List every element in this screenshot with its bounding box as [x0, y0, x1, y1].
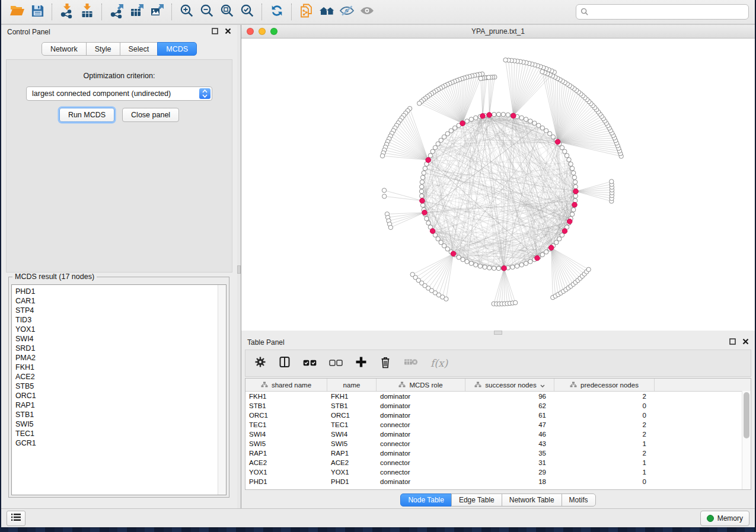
- export-image-button[interactable]: [147, 2, 167, 22]
- table-row[interactable]: PHD1PHD1dominator180: [245, 477, 751, 486]
- column-visibility-button[interactable]: [279, 356, 291, 370]
- cell-successor_nodes[interactable]: 18: [465, 478, 554, 485]
- mcds-result-item[interactable]: PMA2: [15, 353, 226, 363]
- cell-mcds_role[interactable]: dominator: [377, 412, 465, 419]
- column-header-mcds_role[interactable]: MCDS role: [377, 379, 465, 391]
- cell-name[interactable]: ORC1: [327, 412, 377, 419]
- delete-column-button[interactable]: [379, 356, 391, 371]
- cell-name[interactable]: RAP1: [327, 450, 377, 457]
- tab-motifs[interactable]: Motifs: [562, 493, 596, 507]
- cell-predecessor_nodes[interactable]: 1: [554, 459, 655, 466]
- cell-predecessor_nodes[interactable]: 2: [554, 450, 655, 457]
- cell-mcds_role[interactable]: connector: [377, 421, 465, 428]
- mcds-result-item[interactable]: TEC1: [15, 429, 226, 438]
- tab-style[interactable]: Style: [86, 42, 120, 56]
- cell-successor_nodes[interactable]: 47: [465, 421, 554, 428]
- table-row[interactable]: ACE2ACE2connector311: [245, 458, 751, 467]
- zoom-selected-button[interactable]: [237, 2, 257, 22]
- float-panel-icon[interactable]: [212, 28, 218, 36]
- vertical-splitter[interactable]: [237, 25, 241, 508]
- scrollbar-thumb[interactable]: [744, 392, 749, 438]
- show-panels-button[interactable]: [7, 511, 25, 526]
- cell-shared_name[interactable]: PHD1: [245, 478, 327, 485]
- cell-mcds_role[interactable]: connector: [377, 459, 465, 466]
- table-row[interactable]: SWI5SWI5connector431: [245, 439, 751, 448]
- cell-successor_nodes[interactable]: 43: [465, 440, 554, 447]
- column-header-shared_name[interactable]: shared name: [245, 379, 327, 391]
- save-session-button[interactable]: [27, 2, 47, 22]
- table-row[interactable]: YOX1YOX1connector291: [245, 467, 751, 477]
- window-minimize-button[interactable]: [259, 28, 266, 35]
- cell-successor_nodes[interactable]: 96: [465, 393, 554, 400]
- mcds-result-item[interactable]: SWI4: [15, 334, 226, 344]
- network-canvas[interactable]: [241, 39, 755, 331]
- cell-successor_nodes[interactable]: 35: [465, 450, 554, 457]
- cell-shared_name[interactable]: RAP1: [245, 450, 327, 457]
- zoom-in-button[interactable]: [177, 2, 197, 22]
- mcds-result-item[interactable]: CAR1: [15, 296, 226, 306]
- hide-selected-button[interactable]: [337, 2, 357, 22]
- window-maximize-button[interactable]: [270, 28, 277, 35]
- mcds-result-item[interactable]: STB1: [15, 410, 226, 419]
- splitter-grip[interactable]: [237, 265, 241, 274]
- mcds-list-scrollbar[interactable]: [218, 285, 226, 495]
- cell-mcds_role[interactable]: dominator: [377, 431, 465, 438]
- tab-mcds[interactable]: MCDS: [157, 42, 197, 56]
- column-header-predecessor_nodes[interactable]: predecessor nodes: [554, 379, 655, 391]
- cell-predecessor_nodes[interactable]: 2: [554, 393, 655, 400]
- mcds-result-item[interactable]: STP4: [15, 306, 226, 315]
- search-input[interactable]: [576, 4, 749, 20]
- close-panel-button[interactable]: Close panel: [122, 108, 179, 122]
- cell-name[interactable]: YOX1: [327, 469, 377, 476]
- refresh-layout-button[interactable]: [267, 2, 287, 22]
- cell-mcds_role[interactable]: dominator: [377, 402, 465, 409]
- zoom-fit-button[interactable]: [217, 2, 237, 22]
- splitter-grip[interactable]: [494, 331, 502, 335]
- cell-name[interactable]: FKH1: [327, 393, 377, 400]
- deselect-all-button[interactable]: [329, 358, 343, 368]
- cell-predecessor_nodes[interactable]: 2: [554, 431, 655, 438]
- table-row[interactable]: RAP1RAP1dominator352: [245, 448, 751, 458]
- import-table-button[interactable]: [77, 2, 97, 22]
- cell-shared_name[interactable]: SWI4: [245, 431, 327, 438]
- table-settings-button[interactable]: [254, 356, 266, 370]
- close-panel-icon[interactable]: [742, 338, 749, 347]
- table-row[interactable]: STB1STB1dominator620: [245, 401, 751, 411]
- cell-successor_nodes[interactable]: 46: [465, 431, 554, 438]
- cell-mcds_role[interactable]: dominator: [377, 450, 465, 457]
- mcds-result-item[interactable]: RAP1: [15, 400, 226, 410]
- table-row[interactable]: TEC1TEC1connector472: [245, 420, 751, 430]
- tab-node-table[interactable]: Node Table: [400, 493, 452, 507]
- cell-predecessor_nodes[interactable]: 2: [554, 421, 655, 428]
- duplicate-network-button[interactable]: [296, 2, 317, 22]
- cell-shared_name[interactable]: YOX1: [245, 469, 327, 476]
- cell-mcds_role[interactable]: connector: [377, 469, 465, 476]
- column-header-successor_nodes[interactable]: successor nodes: [465, 379, 554, 391]
- mcds-result-item[interactable]: ORC1: [15, 391, 226, 400]
- show-all-button[interactable]: [357, 2, 377, 22]
- column-header-name[interactable]: name: [327, 379, 377, 391]
- cell-shared_name[interactable]: STB1: [245, 402, 327, 409]
- mcds-result-item[interactable]: PHD1: [15, 287, 226, 296]
- mcds-result-item[interactable]: GCR1: [15, 438, 226, 448]
- cell-shared_name[interactable]: TEC1: [245, 421, 327, 428]
- table-row[interactable]: ORC1ORC1dominator610: [245, 411, 751, 420]
- network-graph[interactable]: [241, 39, 755, 331]
- tab-select[interactable]: Select: [120, 42, 158, 56]
- cell-predecessor_nodes[interactable]: 0: [554, 478, 655, 485]
- run-mcds-button[interactable]: Run MCDS: [59, 108, 114, 122]
- tab-edge-table[interactable]: Edge Table: [451, 493, 502, 507]
- table-row[interactable]: FKH1FKH1dominator962: [245, 392, 751, 401]
- cell-name[interactable]: TEC1: [327, 421, 377, 428]
- cell-name[interactable]: SWI5: [327, 440, 377, 447]
- cell-mcds_role[interactable]: connector: [377, 440, 465, 447]
- table-scrollbar[interactable]: [742, 391, 751, 489]
- cell-name[interactable]: STB1: [327, 402, 377, 409]
- mcds-result-item[interactable]: STB5: [15, 382, 226, 391]
- add-column-button[interactable]: [355, 356, 367, 370]
- first-neighbors-button[interactable]: [317, 2, 337, 22]
- criterion-select[interactable]: largest connected component (undirected): [26, 86, 212, 101]
- zoom-out-button[interactable]: [197, 2, 217, 22]
- cell-successor_nodes[interactable]: 31: [465, 459, 554, 466]
- memory-button[interactable]: Memory: [700, 511, 749, 526]
